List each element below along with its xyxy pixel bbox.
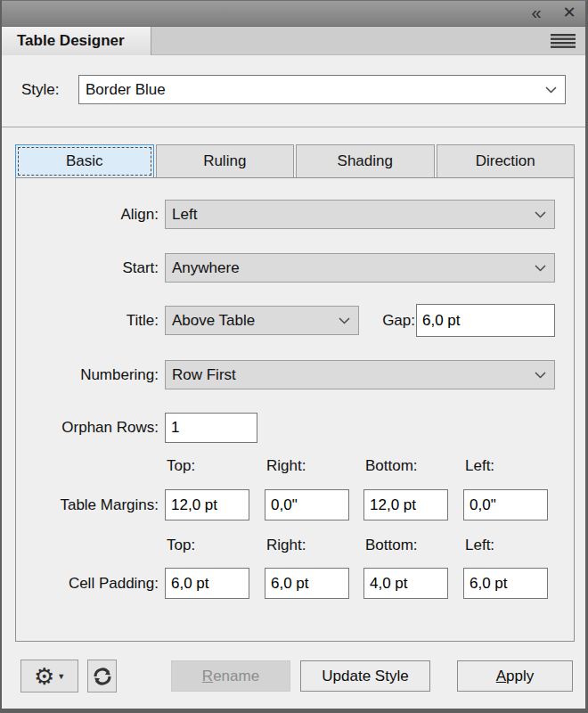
padding-right-header: Right: — [266, 537, 306, 554]
cell-padding-bottom-input[interactable] — [363, 568, 448, 599]
style-select[interactable]: Border Blue — [78, 75, 566, 104]
rename-rest: ename — [213, 668, 259, 684]
gap-label: Gap: — [372, 304, 415, 337]
table-margin-top-input[interactable] — [165, 489, 249, 520]
section-divider — [0, 127, 588, 127]
tab-basic[interactable]: Basic — [15, 144, 154, 178]
orphan-rows-label: Orphan Rows: — [18, 413, 159, 443]
style-select-value: Border Blue — [86, 81, 166, 98]
table-margins-label: Table Margins: — [18, 489, 159, 520]
padding-bottom-header: Bottom: — [365, 537, 418, 554]
tab-shading[interactable]: Shading — [296, 144, 435, 178]
start-select-value: Anywhere — [172, 259, 240, 276]
chevron-down-icon — [545, 86, 557, 94]
refresh-button[interactable] — [87, 660, 117, 693]
title-label: Title: — [36, 306, 159, 335]
refresh-icon — [92, 666, 113, 687]
align-select-value: Left — [172, 206, 197, 223]
cell-padding-label: Cell Padding: — [18, 568, 159, 599]
chevron-down-icon — [535, 372, 546, 379]
align-label: Align: — [36, 200, 159, 229]
table-margin-bottom-input[interactable] — [363, 489, 448, 520]
margins-bottom-header: Bottom: — [365, 457, 418, 475]
numbering-select-value: Row First — [172, 366, 236, 383]
apply-button[interactable]: Apply — [457, 660, 573, 692]
cell-padding-left-input[interactable] — [463, 568, 548, 599]
tab-ruling[interactable]: Ruling — [156, 144, 295, 178]
cell-padding-right-input[interactable] — [265, 568, 349, 599]
commands-menu-button[interactable]: ⚙ ▼ — [20, 660, 78, 693]
rename-accel: R — [202, 668, 213, 684]
margins-top-header: Top: — [167, 457, 195, 475]
chevron-down-icon — [535, 211, 546, 218]
update-style-button[interactable]: Update Style — [300, 660, 430, 692]
padding-left-header: Left: — [465, 537, 494, 554]
chevron-down-icon — [339, 317, 350, 324]
panel-menu-icon[interactable] — [551, 34, 576, 48]
align-select[interactable]: Left — [165, 200, 555, 229]
table-margin-left-input[interactable] — [463, 489, 548, 520]
tab-direction[interactable]: Direction — [437, 144, 576, 178]
tab-table-designer[interactable]: Table Designer — [2, 27, 151, 55]
title-select-value: Above Table — [172, 312, 255, 329]
designer-tabs: Basic Ruling Shading Direction — [15, 144, 575, 178]
chevron-down-icon — [535, 265, 546, 272]
start-label: Start: — [36, 253, 159, 283]
padding-top-header: Top: — [167, 537, 195, 554]
apply-accel: A — [496, 668, 506, 684]
title-select[interactable]: Above Table — [165, 306, 359, 335]
margins-left-header: Left: — [465, 457, 494, 475]
collapse-panel-icon[interactable]: « — [522, 0, 549, 27]
margins-right-header: Right: — [266, 457, 306, 475]
orphan-rows-input[interactable] — [165, 413, 257, 443]
update-style-label: Update Style — [322, 668, 408, 685]
numbering-label: Numbering: — [36, 360, 159, 389]
cell-padding-top-input[interactable] — [165, 568, 249, 599]
start-select[interactable]: Anywhere — [165, 253, 555, 283]
style-label: Style: — [21, 75, 60, 104]
table-margin-right-input[interactable] — [265, 489, 349, 520]
table-designer-panel: « ✕ Table Designer Style: Border Blue Ba… — [0, 0, 588, 713]
close-icon[interactable]: ✕ — [556, 0, 583, 27]
titlebar: « ✕ — [0, 0, 588, 27]
apply-rest: pply — [506, 668, 534, 684]
dropdown-arrow-icon: ▼ — [57, 672, 65, 681]
gap-input[interactable] — [416, 304, 555, 337]
numbering-select[interactable]: Row First — [165, 360, 555, 389]
rename-button: Rename — [171, 660, 290, 692]
panel-tab-bar: Table Designer — [0, 27, 588, 55]
gear-icon: ⚙ — [34, 665, 54, 688]
